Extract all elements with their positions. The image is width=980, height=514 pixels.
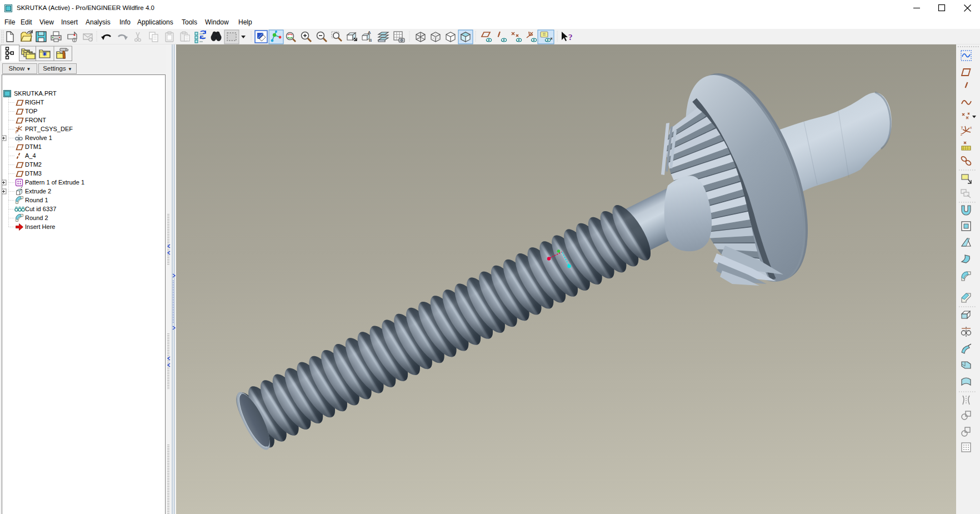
svg-text:z: z (16, 131, 17, 134)
svg-text:B: B (369, 38, 372, 43)
svg-text:x: x (970, 126, 972, 129)
svg-text:A: A (368, 30, 371, 35)
svg-text:y: y (961, 125, 963, 129)
svg-text:z: z (961, 132, 962, 136)
svg-text:?: ? (568, 33, 573, 42)
